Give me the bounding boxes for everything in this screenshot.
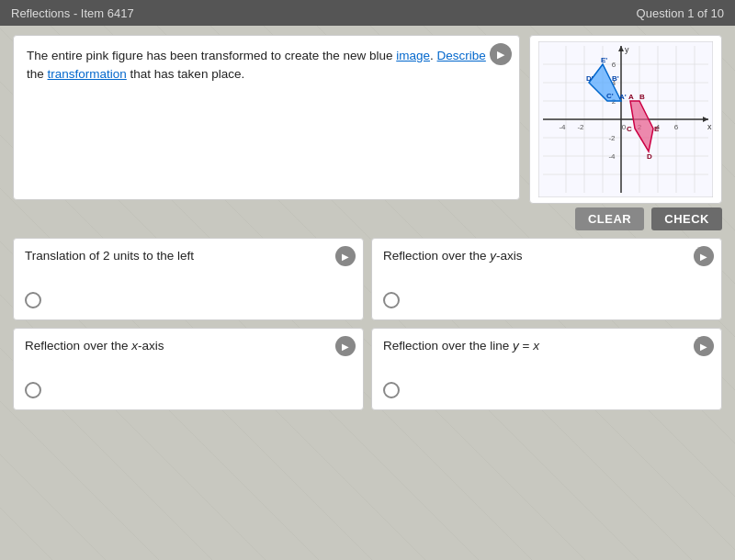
top-row: ▶ The entire pink figure has been transf…: [13, 35, 722, 204]
svg-text:E': E': [601, 56, 607, 64]
choices-grid: ▶ Translation of 2 units to the left ▶ R…: [13, 238, 722, 410]
svg-text:D': D': [586, 74, 594, 83]
choice-a-radio[interactable]: [25, 292, 41, 308]
speaker-icon: ▶: [497, 49, 504, 61]
check-button[interactable]: CHeCK: [651, 207, 722, 230]
speaker-icon: ▶: [700, 342, 707, 352]
svg-text:B: B: [639, 93, 645, 101]
svg-text:A: A: [628, 93, 634, 101]
header: Reflections - Item 6417 Question 1 of 10: [0, 0, 735, 26]
svg-text:B': B': [612, 74, 619, 83]
svg-text:D: D: [647, 152, 652, 161]
clear-button[interactable]: CLear: [575, 207, 644, 230]
choice-card-a: ▶ Translation of 2 units to the left: [13, 238, 364, 320]
choice-b-radio[interactable]: [383, 292, 400, 308]
question-text: The entire pink figure has been transfor…: [27, 47, 506, 84]
svg-text:C: C: [627, 125, 632, 133]
svg-text:6: 6: [612, 61, 616, 69]
speaker-icon: ▶: [700, 252, 707, 262]
choice-a-label: Translation of 2 units to the left: [25, 248, 221, 265]
action-row: CLear CHeCK: [13, 207, 722, 230]
coordinate-graph: x y -4 -2 0 2 4 6 6 4 2 -2 -4: [538, 41, 713, 197]
main-content: ▶ The entire pink figure has been transf…: [0, 26, 735, 420]
choice-b-audio-button[interactable]: ▶: [694, 246, 714, 266]
svg-text:-2: -2: [577, 123, 584, 131]
image-link[interactable]: image: [396, 49, 430, 62]
choice-c-audio-button[interactable]: ▶: [335, 336, 356, 356]
header-right-title: Question 1 of 10: [637, 6, 724, 20]
speaker-icon: ▶: [342, 342, 349, 352]
choice-c-label: Reflection over the x-axis: [25, 338, 192, 355]
choice-card-c: ▶ Reflection over the x-axis: [13, 328, 364, 410]
choice-card-d: ▶ Reflection over the line y = x: [371, 328, 722, 410]
svg-text:-4: -4: [608, 152, 616, 161]
svg-text:E: E: [654, 125, 660, 133]
svg-text:y: y: [625, 45, 629, 54]
choice-d-audio-button[interactable]: ▶: [694, 336, 714, 356]
svg-text:C': C': [606, 92, 614, 100]
svg-text:x: x: [707, 122, 712, 131]
choice-card-b: ▶ Reflection over the y-axis: [371, 238, 722, 320]
choice-d-radio[interactable]: [383, 382, 400, 398]
choice-d-label: Reflection over the line y = x: [383, 338, 567, 355]
svg-text:-4: -4: [559, 123, 566, 131]
choice-c-radio[interactable]: [25, 382, 41, 398]
choice-b-label: Reflection over the y-axis: [383, 248, 550, 265]
describe-link[interactable]: Describe: [437, 49, 486, 62]
transformation-link[interactable]: transformation: [48, 67, 127, 81]
choice-a-audio-button[interactable]: ▶: [335, 246, 356, 266]
speaker-icon: ▶: [342, 252, 349, 262]
graph-container: x y -4 -2 0 2 4 6 6 4 2 -2 -4: [529, 35, 722, 204]
svg-text:6: 6: [674, 123, 679, 131]
svg-text:-2: -2: [608, 134, 616, 142]
header-left-title: Reflections - Item 6417: [11, 6, 134, 20]
question-box: ▶ The entire pink figure has been transf…: [13, 35, 520, 200]
question-audio-button[interactable]: ▶: [490, 43, 512, 65]
svg-text:A': A': [619, 93, 627, 101]
